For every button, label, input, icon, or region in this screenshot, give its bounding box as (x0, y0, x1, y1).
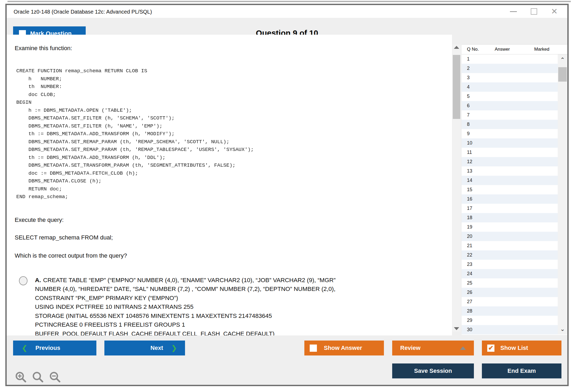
background-window-edge (7, 1, 571, 2)
previous-button[interactable]: ❮ Previous (13, 341, 96, 355)
row-qno: 12 (467, 159, 495, 165)
list-scrollbar-thumb[interactable] (558, 67, 567, 82)
list-scrollbar[interactable]: ⌃ ⌄ (558, 54, 567, 334)
list-row[interactable]: 29 (462, 316, 558, 325)
show-answer-checkbox[interactable] (310, 345, 317, 352)
row-qno: 2 (467, 66, 495, 71)
option-a-radio[interactable] (19, 276, 27, 285)
list-row[interactable]: 11 (462, 148, 558, 157)
check-icon: ✔ (488, 344, 493, 352)
list-row[interactable]: 1 (462, 54, 558, 64)
question-list-header: Q No. Answer Marked (462, 44, 567, 54)
row-qno: 26 (467, 290, 495, 295)
screen: Oracle 1z0-148 (Oracle Database 12c: Adv… (0, 0, 574, 392)
list-row[interactable]: 2 (462, 64, 558, 73)
row-qno: 3 (467, 75, 495, 81)
row-qno: 11 (467, 150, 495, 155)
show-answer-button[interactable]: Show Answer (304, 341, 384, 355)
question-content: Examine this function: CREATE FUNCTION r… (7, 35, 452, 335)
question-text: Which is the correct output from the que… (15, 252, 452, 259)
list-row[interactable]: 27 (462, 297, 558, 306)
save-session-button[interactable]: Save Session (392, 363, 474, 378)
save-session-label: Save Session (414, 367, 452, 374)
list-row[interactable]: 23 (462, 260, 558, 269)
list-row[interactable]: 20 (462, 232, 558, 241)
list-scroll-down-icon[interactable]: ⌄ (558, 326, 567, 332)
chevron-right-icon: ❯ (171, 344, 177, 352)
list-row[interactable]: 26 (462, 288, 558, 297)
list-row[interactable]: 8 (462, 120, 558, 129)
row-qno: 10 (467, 140, 495, 146)
list-row[interactable]: 13 (462, 166, 558, 176)
row-qno: 6 (467, 103, 495, 109)
list-row[interactable]: 3 (462, 73, 558, 82)
show-list-button[interactable]: ✔ Show List (482, 341, 561, 355)
option-a[interactable]: A.CREATE TABLE “EMP” (“EMPNO” NUMBER (4,… (15, 276, 452, 336)
review-button[interactable]: Review (392, 341, 474, 355)
previous-label: Previous (36, 345, 60, 351)
next-button[interactable]: Next ❯ (104, 341, 185, 355)
row-qno: 23 (467, 262, 495, 267)
row-qno: 21 (467, 243, 495, 249)
list-scroll-up-icon[interactable]: ⌃ (558, 57, 567, 63)
list-row[interactable]: 12 (462, 157, 558, 166)
list-row[interactable]: 7 (462, 110, 558, 120)
list-row[interactable]: 16 (462, 194, 558, 204)
zoom-out-icon[interactable] (49, 371, 62, 384)
list-row[interactable]: 17 (462, 204, 558, 213)
end-exam-button[interactable]: End Exam (482, 363, 561, 378)
list-row[interactable]: 10 (462, 138, 558, 148)
list-row[interactable]: 22 (462, 250, 558, 260)
list-row[interactable]: 5 (462, 92, 558, 101)
row-qno: 30 (467, 327, 495, 333)
exam-window: Oracle 1z0-148 (Oracle Database 12c: Adv… (5, 4, 569, 386)
content-scrollbar-thumb[interactable] (453, 55, 460, 119)
close-icon[interactable]: ✕ (551, 7, 558, 15)
zoom-toolbar (15, 371, 62, 384)
review-label: Review (400, 345, 420, 351)
list-row[interactable]: 24 (462, 269, 558, 278)
chevron-left-icon: ❮ (22, 344, 27, 352)
row-qno: 20 (467, 234, 495, 239)
list-row[interactable]: 14 (462, 176, 558, 185)
list-row[interactable]: 18 (462, 213, 558, 222)
list-row[interactable]: 28 (462, 306, 558, 316)
row-qno: 18 (467, 215, 495, 221)
scroll-up-icon[interactable] (454, 46, 459, 49)
next-label: Next (151, 345, 163, 351)
end-exam-label: End Exam (508, 367, 536, 374)
content-scrollbar[interactable] (453, 44, 461, 332)
minimize-icon[interactable] (510, 11, 517, 12)
triangle-up-icon (460, 346, 466, 350)
row-qno: 7 (467, 112, 495, 118)
intro-text: Examine this function: (15, 45, 452, 52)
show-list-label: Show List (500, 345, 528, 351)
zoom-in-icon[interactable] (15, 371, 27, 384)
row-qno: 14 (467, 178, 495, 183)
list-row[interactable]: 25 (462, 278, 558, 288)
scroll-down-icon[interactable] (454, 327, 459, 330)
header-marked: Marked (534, 47, 567, 52)
titlebar: Oracle 1z0-148 (Oracle Database 12c: Adv… (7, 5, 567, 18)
row-qno: 5 (467, 94, 495, 99)
list-row[interactable]: 9 (462, 129, 558, 138)
list-row[interactable]: 6 (462, 101, 558, 110)
list-row[interactable]: 4 (462, 82, 558, 92)
row-qno: 17 (467, 206, 495, 211)
row-qno: 24 (467, 271, 495, 277)
query-text: SELECT remap_schema FROM dual; (15, 234, 452, 241)
row-qno: 8 (467, 122, 495, 127)
zoom-reset-icon[interactable] (32, 371, 45, 384)
header-qno: Q No. (467, 47, 495, 52)
list-row[interactable]: 19 (462, 222, 558, 232)
row-qno: 13 (467, 168, 495, 174)
list-row[interactable]: 15 (462, 185, 558, 194)
row-qno: 19 (467, 224, 495, 230)
list-row[interactable]: 21 (462, 241, 558, 250)
option-a-text: A.CREATE TABLE “EMP” (“EMPNO” NUMBER (4,… (35, 276, 336, 336)
row-qno: 16 (467, 196, 495, 202)
maximize-icon[interactable] (531, 8, 537, 15)
show-list-checkbox[interactable]: ✔ (487, 345, 494, 352)
list-row[interactable]: 30 (462, 325, 558, 334)
row-qno: 4 (467, 84, 495, 90)
